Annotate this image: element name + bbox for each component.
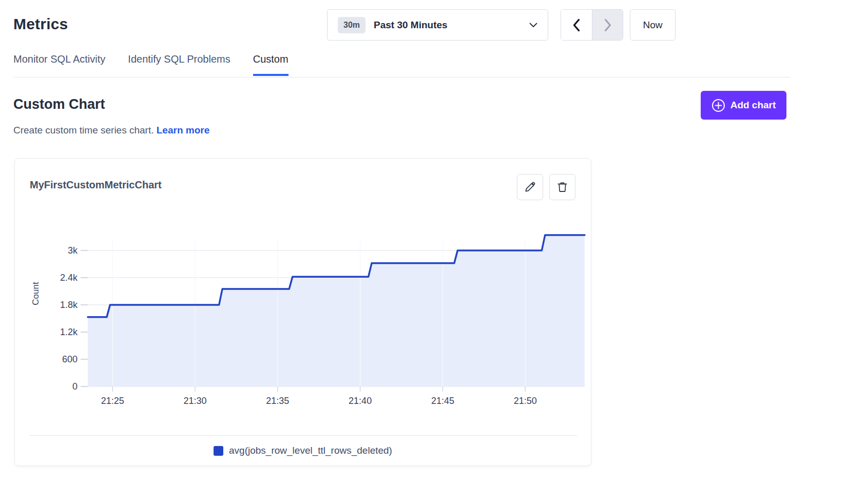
add-chart-button-label: Add chart — [730, 100, 776, 111]
tabs: Monitor SQL Activity Identify SQL Proble… — [13, 53, 288, 76]
chevron-right-icon — [603, 18, 612, 32]
learn-more-link[interactable]: Learn more — [157, 125, 209, 135]
section-description: Create custom time series chart. Learn m… — [13, 125, 209, 136]
metrics-page: Metrics 30m Past 30 Minutes Now Monitor … — [0, 0, 847, 504]
x-tick-label: 21:50 — [514, 396, 537, 406]
section-description-text: Create custom time series chart. — [13, 125, 153, 135]
custom-chart-svg: 06001.2k1.8k2.4k3k21:2521:3021:3521:4021… — [15, 210, 592, 413]
y-tick-label: 1.2k — [60, 327, 78, 337]
tab-custom[interactable]: Custom — [253, 53, 288, 76]
x-tick-label: 21:35 — [266, 396, 289, 406]
chevron-down-icon — [529, 23, 537, 28]
tab-identify-sql-problems[interactable]: Identify SQL Problems — [128, 53, 230, 76]
edit-chart-button[interactable] — [517, 174, 543, 200]
y-tick-label: 0 — [72, 381, 78, 392]
chart-legend: avg(jobs_row_level_ttl_rows_deleted) — [15, 445, 591, 456]
trash-icon — [556, 181, 568, 193]
next-time-button[interactable] — [592, 10, 623, 40]
chevron-left-icon — [572, 18, 581, 32]
pencil-icon — [524, 181, 536, 193]
time-range-selector[interactable]: 30m Past 30 Minutes — [327, 9, 548, 41]
y-tick-label: 2.4k — [60, 273, 78, 283]
page-title: Metrics — [13, 15, 68, 33]
x-tick-label: 21:45 — [431, 396, 454, 406]
section-title: Custom Chart — [13, 96, 105, 112]
x-tick-label: 21:40 — [349, 396, 372, 406]
y-axis-title: Count — [31, 282, 41, 305]
y-tick-label: 3k — [68, 245, 78, 256]
chart-divider — [30, 435, 577, 436]
add-chart-button[interactable]: Add chart — [701, 91, 786, 120]
plus-circle-icon — [711, 99, 725, 112]
legend-swatch — [214, 446, 223, 456]
x-tick-label: 21:30 — [184, 396, 207, 406]
chart-card: MyFirstCustomMetricChart 06001.2k1.8k2.4… — [14, 158, 591, 466]
time-range-badge: 30m — [338, 17, 365, 33]
prev-time-button[interactable] — [561, 10, 592, 40]
legend-label: avg(jobs_row_level_ttl_rows_deleted) — [229, 445, 392, 456]
tab-monitor-sql-activity[interactable]: Monitor SQL Activity — [13, 53, 105, 76]
time-pager — [561, 9, 623, 41]
now-button[interactable]: Now — [630, 9, 676, 41]
series-area — [88, 235, 585, 386]
tabs-divider — [13, 77, 791, 77]
y-tick-label: 600 — [62, 354, 78, 364]
y-tick-label: 1.8k — [60, 300, 78, 310]
delete-chart-button[interactable] — [549, 174, 575, 200]
chart-card-title: MyFirstCustomMetricChart — [30, 179, 162, 191]
x-tick-label: 21:25 — [101, 396, 124, 406]
time-range-label: Past 30 Minutes — [374, 20, 529, 31]
